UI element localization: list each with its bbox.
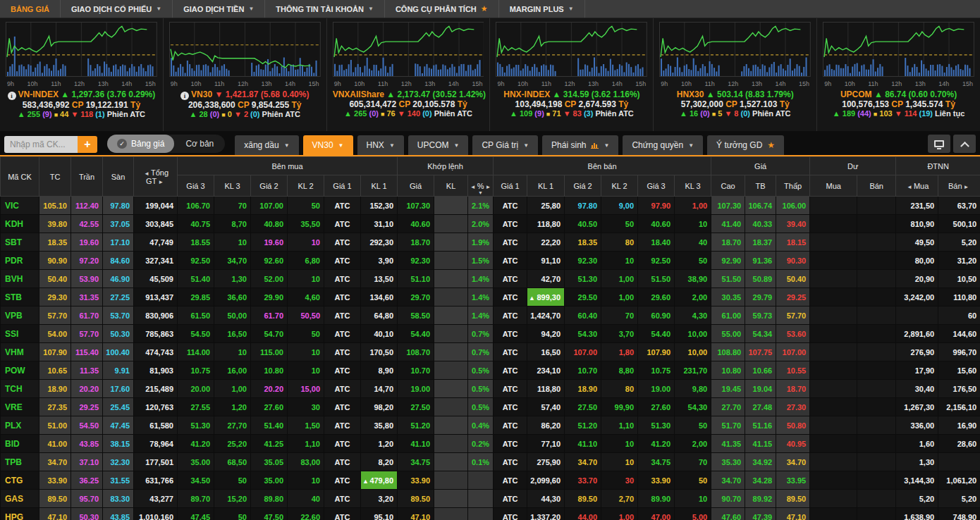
ask-price-2[interactable]: 44.00: [565, 508, 601, 520]
bid-vol-2[interactable]: 4,60: [288, 288, 324, 307]
match-price[interactable]: 51.10: [398, 270, 434, 288]
tab-upcom[interactable]: UPCOM▼: [408, 135, 469, 155]
ask-vol-1[interactable]: 25,80: [527, 197, 565, 215]
ask-price-1[interactable]: ATC: [494, 361, 527, 380]
ticker[interactable]: CTG: [1, 471, 39, 490]
index-name[interactable]: HNX-INDEX: [503, 89, 550, 99]
ask-vol-2[interactable]: 3,70: [601, 325, 638, 343]
ticker[interactable]: BID: [1, 435, 39, 453]
ticker[interactable]: TPB: [1, 453, 39, 471]
foreign-buy[interactable]: 1,30: [896, 453, 938, 471]
bid-price-2[interactable]: 41.25: [251, 435, 288, 453]
high-price[interactable]: 108.80: [711, 343, 745, 361]
ask-vol-3[interactable]: 2,00: [675, 288, 711, 307]
bid-vol-3[interactable]: 50: [214, 471, 251, 490]
ask-price-2[interactable]: 60.40: [565, 307, 601, 325]
bid-vol-1[interactable]: 14,70: [361, 380, 398, 398]
low-price[interactable]: 50.40: [776, 270, 810, 288]
ceiling-price[interactable]: 36.25: [71, 471, 103, 490]
match-pct[interactable]: 0.5%: [468, 361, 494, 380]
ask-vol-1[interactable]: 44,30: [527, 490, 565, 508]
match-pct[interactable]: 0.1%: [468, 453, 494, 471]
bid-vol-2[interactable]: 10: [288, 343, 324, 361]
bid-vol-3[interactable]: 27,70: [214, 416, 251, 435]
ask-price-2[interactable]: 51.30: [565, 270, 601, 288]
ask-vol-2[interactable]: 80: [601, 380, 638, 398]
ask-vol-2[interactable]: 80: [601, 233, 638, 252]
foreign-buy[interactable]: 1,638,90: [896, 508, 938, 520]
ask-vol-1[interactable]: 1,424,70: [527, 307, 565, 325]
total-value[interactable]: 913,437: [134, 288, 178, 307]
bid-price-1[interactable]: ATC: [324, 252, 361, 270]
bid-price-1[interactable]: ATC: [324, 508, 361, 520]
index-name[interactable]: VN30: [191, 89, 212, 99]
total-value[interactable]: 303,845: [134, 215, 178, 233]
ask-price-2[interactable]: 18.90: [565, 380, 601, 398]
bid-price-2[interactable]: 10.80: [251, 361, 288, 380]
ceiling-price[interactable]: 57.70: [71, 325, 103, 343]
bid-price-2[interactable]: 51.40: [251, 416, 288, 435]
floor-price[interactable]: 27.25: [103, 288, 134, 307]
ask-vol-2[interactable]: 9,00: [601, 197, 638, 215]
floor-price[interactable]: 38.15: [103, 435, 134, 453]
bid-price-1[interactable]: ATC: [324, 398, 361, 416]
ask-price-1[interactable]: ATC: [494, 215, 527, 233]
bid-vol-3[interactable]: 1,20: [214, 398, 251, 416]
ask-price-2[interactable]: 27.50: [565, 398, 601, 416]
low-price[interactable]: 27.30: [776, 398, 810, 416]
ticker[interactable]: PLX: [1, 416, 39, 435]
avg-price[interactable]: 91.36: [745, 252, 776, 270]
bid-vol-1[interactable]: 292,30: [361, 233, 398, 252]
ask-vol-3[interactable]: 1,00: [675, 197, 711, 215]
floor-price[interactable]: 37.05: [103, 215, 134, 233]
index-name[interactable]: UPCOM: [840, 89, 872, 99]
match-pct[interactable]: 1.5%: [468, 252, 494, 270]
low-price[interactable]: 34.70: [776, 453, 810, 471]
bid-vol-3[interactable]: 50,00: [214, 307, 251, 325]
ceiling-price[interactable]: 61.70: [71, 307, 103, 325]
avg-price[interactable]: 41.15: [745, 435, 776, 453]
bid-vol-1[interactable]: 64,80: [361, 307, 398, 325]
match-pct[interactable]: 1.9%: [468, 233, 494, 252]
symbol-input[interactable]: [4, 136, 78, 153]
ask-price-3[interactable]: 33.90: [638, 471, 675, 490]
ask-vol-3[interactable]: 231,70: [675, 361, 711, 380]
high-price[interactable]: 18.70: [711, 233, 745, 252]
ceiling-price[interactable]: 42.55: [71, 215, 103, 233]
bid-price-3[interactable]: 27.55: [178, 398, 214, 416]
ask-vol-3[interactable]: 70: [675, 453, 711, 471]
foreign-buy[interactable]: 231,50: [896, 197, 938, 215]
high-price[interactable]: 41.40: [711, 215, 745, 233]
ask-price-3[interactable]: 34.75: [638, 453, 675, 471]
low-price[interactable]: 50.80: [776, 416, 810, 435]
ceiling-price[interactable]: 43.85: [71, 435, 103, 453]
ask-vol-3[interactable]: 2,00: [675, 435, 711, 453]
ask-price-1[interactable]: ATC: [494, 508, 527, 520]
bid-vol-2[interactable]: 22,60: [288, 508, 324, 520]
ceiling-price[interactable]: 97.20: [71, 252, 103, 270]
ask-price-3[interactable]: 27.60: [638, 398, 675, 416]
match-price[interactable]: 108.70: [398, 343, 434, 361]
bid-price-3[interactable]: 40.75: [178, 215, 214, 233]
ask-vol-3[interactable]: 10: [675, 490, 711, 508]
ask-price-3[interactable]: 107.90: [638, 343, 675, 361]
bid-price-1[interactable]: ATC: [324, 453, 361, 471]
ref-price[interactable]: 54.00: [39, 325, 71, 343]
ticker[interactable]: SBT: [1, 233, 39, 252]
add-symbol-button[interactable]: +: [78, 136, 97, 153]
ask-vol-2[interactable]: 10: [601, 252, 638, 270]
ask-price-1[interactable]: ATC: [494, 435, 527, 453]
ask-price-3[interactable]: 18.40: [638, 233, 675, 252]
floor-price[interactable]: 47.45: [103, 416, 134, 435]
bid-price-2[interactable]: 20.20: [251, 380, 288, 398]
foreign-buy[interactable]: 80,00: [896, 252, 938, 270]
ask-vol-2[interactable]: 10: [601, 435, 638, 453]
ask-vol-3[interactable]: 38,90: [675, 270, 711, 288]
ask-vol-2[interactable]: 1,00: [601, 270, 638, 288]
bid-vol-2[interactable]: 83,00: [288, 453, 324, 471]
foreign-buy[interactable]: 17,90: [896, 361, 938, 380]
ask-vol-1[interactable]: 2,099,60: [527, 471, 565, 490]
avg-price[interactable]: 47.39: [745, 508, 776, 520]
high-price[interactable]: 19.45: [711, 380, 745, 398]
ask-price-2[interactable]: 107.00: [565, 343, 601, 361]
